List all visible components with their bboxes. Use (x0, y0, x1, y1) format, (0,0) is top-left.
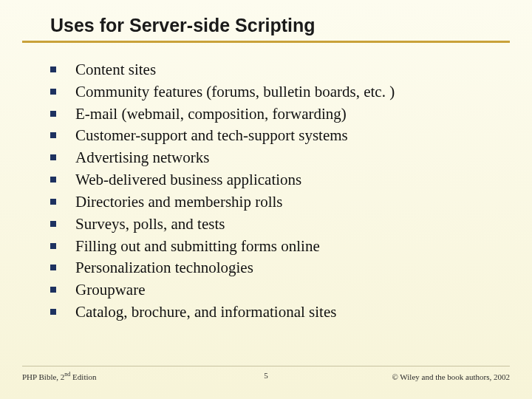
bullet-list: Content sites Community features (forums… (50, 59, 510, 324)
slide-footer: PHP Bible, 2nd Edition 5 © Wiley and the… (22, 366, 510, 381)
list-item: E-mail (webmail, composition, forwarding… (50, 103, 510, 126)
list-item: Content sites (50, 59, 510, 81)
list-item: Advertising networks (50, 147, 510, 169)
list-item: Web-delivered business applications (50, 169, 510, 191)
list-item: Groupware (50, 279, 510, 301)
list-item: Surveys, polls, and tests (50, 214, 510, 236)
slide: Uses for Server-side Scripting Content s… (0, 0, 532, 399)
list-item: Directories and membership rolls (50, 191, 510, 214)
list-item: Personalization technologies (50, 257, 510, 279)
list-item: Catalog, brochure, and informational sit… (50, 301, 510, 324)
list-item: Customer-support and tech-support system… (50, 125, 510, 147)
list-item: Community features (forums, bulletin boa… (50, 81, 510, 103)
slide-content: Content sites Community features (forums… (22, 59, 510, 324)
list-item: Filling out and submitting forms online (50, 236, 510, 258)
slide-title: Uses for Server-side Scripting (22, 15, 510, 43)
footer-right: © Wiley and the book authors, 2002 (392, 372, 510, 381)
